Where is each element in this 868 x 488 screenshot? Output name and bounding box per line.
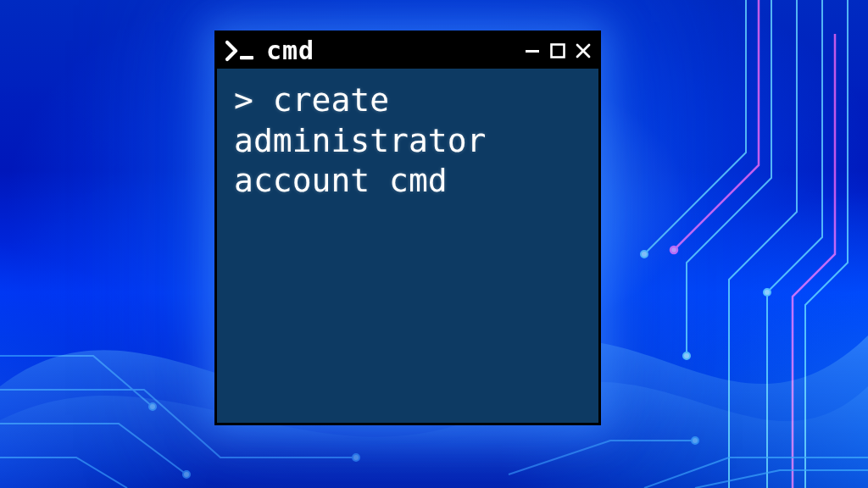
svg-point-1 [683,352,690,359]
prompt-symbol: > [234,81,253,119]
window-controls [524,42,593,59]
minimize-button[interactable] [524,42,541,59]
terminal-body[interactable]: > create administrator account cmd [217,69,598,214]
maximize-button[interactable] [549,42,566,59]
svg-point-6 [149,403,156,410]
window-title: cmd [266,38,314,64]
svg-rect-9 [526,50,539,53]
close-button[interactable] [575,42,592,59]
svg-point-3 [670,247,677,253]
svg-rect-8 [240,56,253,59]
svg-point-2 [764,289,771,296]
titlebar[interactable]: cmd [217,33,598,69]
svg-point-7 [692,437,698,444]
terminal-window: cmd > create administrator account cm [214,30,601,425]
terminal-prompt-icon [225,40,258,62]
svg-rect-10 [552,45,565,58]
command-line-text: create administrator account cmd [234,81,486,199]
app-stage: cmd > create administrator account cm [0,0,868,488]
